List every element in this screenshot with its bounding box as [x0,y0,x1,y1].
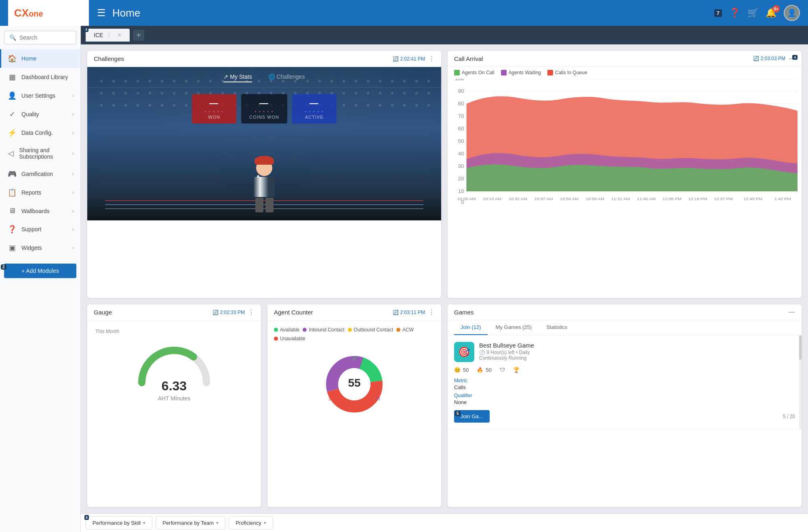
search-input[interactable] [19,34,71,41]
challenges-refresh: 🔄 2:02:41 PM [393,56,425,62]
call-arrival-refresh: 🔄 2:03:03 PM [753,56,785,61]
chevron-right-icon: › [72,226,74,232]
logo: CXone [14,7,43,19]
trophy-icon: 🏆 [513,367,520,373]
svg-text:80: 80 [458,101,464,107]
cart-icon[interactable]: 🛒 [747,8,758,18]
gauge-header: Gauge 🔄 2:02:33 PM ⋮ [87,304,261,320]
tab-num-badge: 3 [84,27,88,32]
gauge-subtitle: This Month [95,329,119,334]
svg-text:90: 90 [458,88,464,94]
shield-icon: 🛡 [500,367,505,373]
sidebar-item-label: Quality [21,111,39,117]
qualifier-field: Qualifier None [454,393,795,405]
clock-icon: 🕐 [479,350,485,355]
games-meta: — [789,308,795,316]
agent-options-icon[interactable]: ⋮ [428,308,435,316]
sharing-icon: ◁ [8,149,14,158]
performance-by-team-tab[interactable]: Performance by Team ▾ [156,516,225,530]
game-stat-trophy: 🏆 [513,367,520,373]
metric-value: Calls [454,384,795,390]
close-icon[interactable]: ✕ [118,32,122,38]
widgets-icon: ▣ [8,243,17,252]
sidebar-item-label: Wallboards [21,208,50,214]
metric-field: Metric Calls [454,378,795,390]
sidebar-item-quality[interactable]: ✓ Quality › [0,105,80,124]
challenges-inner: ↗ My Stats 🌐 Challenges — • • • • • WON [87,67,441,220]
expand-icon[interactable]: 4 [792,55,797,60]
hamburger-icon[interactable]: ☰ [97,7,106,19]
user-avatar[interactable]: 👤 [784,5,800,21]
sidebar-item-gamification[interactable]: 🎮 Gamification › [0,165,80,183]
fire-icon: 🔥 [477,367,483,373]
agent-counter-widget: Agent Counter 🔄 2:03:11 PM ⋮ Available [267,304,441,507]
sidebar-item-label: Reports [21,189,41,196]
performance-by-skill-tab[interactable]: 6 Performance by Skill ▾ [86,516,152,530]
sidebar-item-user-settings[interactable]: 👤 User Settings › [0,86,80,105]
sidebar-item-home[interactable]: 🏠 Home [0,49,80,68]
bell-icon[interactable]: 🔔 9+ [766,8,776,18]
svg-text:10:10 AM: 10:10 AM [483,197,501,201]
chevron-down-icon: ▾ [216,520,219,526]
chevron-right-icon: › [72,130,74,136]
area-chart-svg: 100 90 80 70 60 50 40 30 20 10 0 [452,79,797,204]
chevron-right-icon: › [72,190,74,195]
gauge-options-icon[interactable]: ⋮ [248,308,255,316]
svg-text:10:37 AM: 10:37 AM [534,197,553,201]
games-inner: 🎯 Best Bullseye Game 🕐 9 Hour(s) left • … [448,335,802,429]
chevron-down-icon: ▾ [264,520,266,526]
chevron-right-icon: › [72,171,74,177]
top-num-badge: 7 [714,9,722,17]
gauge-refresh: 🔄 2:02:33 PM [213,310,245,315]
games-options-icon[interactable]: — [789,308,795,316]
content-area: Challenges 🔄 2:02:41 PM ⋮ ↗ My Stats 🌐 [81,44,808,513]
join-btn-badge: 5 [455,411,461,416]
sidebar-item-data-config[interactable]: ⚡ Data Config. › [0,124,80,142]
statistics-tab[interactable]: Statistics [540,320,574,335]
sidebar-item-dashboard-library[interactable]: ▦ Dashboard Library [0,68,80,86]
coins-label: COINS WON [249,115,279,119]
sidebar-item-label: Data Config. [21,130,53,136]
inbound-label: Inbound Contact [309,327,344,333]
sidebar-item-wallboards[interactable]: 🖥 Wallboards › [0,202,80,220]
agents-on-call-area [467,164,797,191]
join-game-button[interactable]: 5 Join Ga... [454,410,490,423]
smile-icon: 😊 [454,367,461,373]
legend-acw: ACW [396,327,414,333]
sidebar-item-label: Home [21,55,36,62]
add-modules-button[interactable]: + Add Modules [4,264,76,278]
sidebar-item-sharing[interactable]: ◁ Sharing and Subscriptions › [0,142,80,165]
game-info: Best Bullseye Game 🕐 9 Hour(s) left • Da… [479,342,795,361]
help-icon[interactable]: ❓ [729,8,740,18]
add-tab-button[interactable]: + [133,30,144,41]
active-label: ACTIVE [300,115,328,119]
challenges-options-icon[interactable]: ⋮ [428,55,435,63]
agents-waiting-label: Agents Waiting [509,70,541,75]
sidebar-item-widgets[interactable]: ▣ Widgets › [0,239,80,257]
won-dots: • • • • • [200,109,228,114]
nav-right: 7 ❓ 🛒 🔔 9+ 👤 [714,5,800,21]
wallboards-icon: 🖥 [8,207,17,215]
stats-boxes: — • • • • • WON — • • • • • COINS WON — … [87,88,441,130]
tab-options-icon[interactable]: ⋮ [106,32,112,38]
outbound-dot [348,328,352,332]
join-tab[interactable]: Join (12) [454,320,488,335]
active-value: — [300,98,328,109]
svg-text:70: 70 [458,113,464,119]
sidebar-item-support[interactable]: ❓ Support › [0,220,80,239]
agents-waiting-color [501,70,507,75]
games-scrollbar[interactable] [799,335,802,429]
chevron-right-icon: › [72,245,74,251]
sidebar-item-reports[interactable]: 📋 Reports › [0,183,80,202]
legend-agents-on-call: Agents On Call [454,70,494,75]
my-games-tab[interactable]: My Games (25) [489,320,539,335]
metric-label: Metric [454,378,795,383]
proficiency-tab[interactable]: Proficiency ▾ [229,516,273,530]
character-leg-right [265,198,274,212]
svg-text:40: 40 [458,151,464,157]
legend-available: Available [274,327,299,333]
active-dots: • • • • • [300,109,328,114]
won-box: — • • • • • WON [192,94,236,124]
character-body [254,177,275,197]
tab-ice[interactable]: 3 ICE ⋮ ✕ [86,29,130,42]
